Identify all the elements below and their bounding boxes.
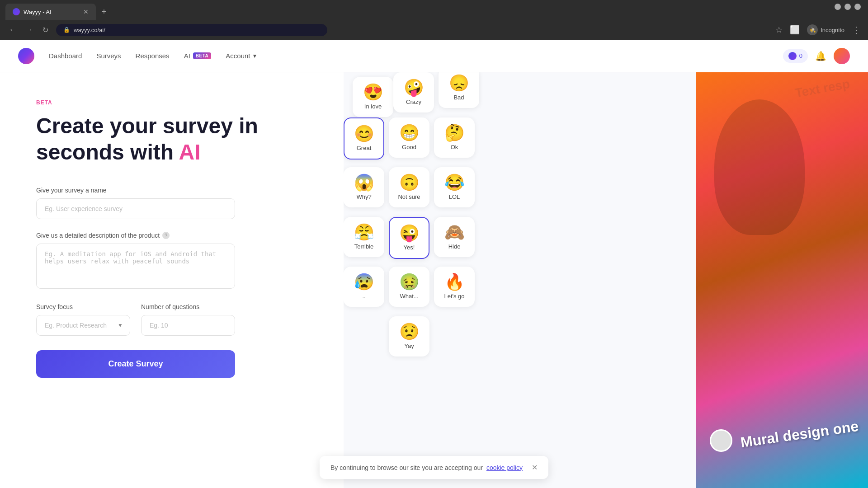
hero-title: Create your survey in seconds with AI (36, 113, 307, 165)
emoji-label: Terrible (354, 243, 374, 250)
list-item[interactable]: 😊Great (344, 117, 384, 160)
star-icon[interactable]: ☆ (775, 25, 783, 35)
list-item[interactable]: 🔥Let's go (434, 267, 475, 307)
emoji-icon: 😤 (354, 224, 374, 240)
emoji-label: Yes! (404, 244, 415, 251)
nav-dashboard[interactable]: Dashboard (49, 52, 82, 60)
url-text: wayyy.co/ai/ (74, 27, 105, 33)
survey-focus-label: Survey focus (36, 303, 130, 310)
emoji-label: Ok (451, 144, 458, 150)
minimize-button[interactable] (835, 4, 841, 10)
art-image: Text resp Mural design one (696, 72, 868, 488)
app-navbar: Dashboard Surveys Responses AI BETA Acco… (0, 40, 868, 72)
survey-focus-wrapper: Eg. Product Research (36, 315, 130, 336)
emoji-label: Hide (448, 243, 461, 250)
browser-actions: ☆ ⬜ 🕵 Incognito ⋮ (775, 24, 861, 35)
list-item[interactable]: 😰.. (344, 267, 384, 307)
emoji-label: Let's go (444, 293, 464, 300)
list-item[interactable]: 🙃Not sure (389, 167, 429, 207)
nav-links: Dashboard Surveys Responses AI BETA Acco… (49, 52, 257, 60)
description-textarea[interactable] (36, 244, 235, 289)
ai-beta-badge: BETA (193, 52, 211, 59)
list-item[interactable]: 🤢What... (389, 267, 429, 307)
survey-name-input[interactable] (36, 198, 235, 219)
create-survey-button[interactable]: Create Survey (36, 350, 235, 378)
list-item[interactable]: 🤔Ok (434, 117, 475, 158)
list-item[interactable]: 😁Good (389, 117, 429, 158)
emoji-label: Why? (356, 193, 371, 200)
main-content: BETA Create your survey in seconds with … (0, 72, 868, 488)
nav-ai[interactable]: AI BETA (184, 52, 212, 60)
list-item[interactable]: 😜Yes! (389, 217, 429, 259)
emoji-icon: 🤔 (444, 125, 465, 141)
emoji-icon: 😱 (354, 174, 374, 191)
list-item[interactable]: 🙈Hide (434, 217, 475, 257)
emoji-label: .. (362, 293, 365, 300)
tab-favicon (13, 8, 20, 15)
emoji-label: LOL (449, 193, 460, 200)
emoji-icon: 🤪 (404, 80, 424, 96)
cookie-banner: By continuing to browse our site you are… (320, 456, 548, 479)
list-item[interactable]: 😤Terrible (344, 217, 384, 257)
tab-close-button[interactable]: ✕ (83, 8, 89, 15)
art-panel: Text resp Mural design one (696, 72, 868, 488)
forward-button[interactable]: → (24, 26, 34, 34)
tab-title: Wayyy - AI (24, 9, 52, 15)
emoji-label: Yay (404, 343, 414, 349)
nav-ai-label: AI (184, 52, 190, 60)
tab-icon[interactable]: ⬜ (790, 25, 800, 35)
art-radio-button (710, 429, 732, 452)
form-panel: BETA Create your survey in seconds with … (0, 72, 344, 488)
menu-icon[interactable]: ⋮ (852, 24, 861, 35)
num-questions-input[interactable] (141, 315, 235, 336)
emoji-icon: 😍 (363, 84, 383, 100)
survey-name-label: Give your survey a name (36, 187, 307, 194)
list-item[interactable]: 😞Bad (439, 72, 479, 108)
maximize-button[interactable] (844, 4, 851, 10)
cookie-text: By continuing to browse our site you are… (330, 464, 483, 471)
list-item[interactable]: 😂LOL (434, 167, 475, 207)
survey-focus-select[interactable]: Eg. Product Research (36, 315, 130, 336)
emoji-icon: 😊 (354, 126, 374, 142)
focus-questions-row: Survey focus Eg. Product Research Number… (36, 303, 235, 336)
emoji-icon: 😁 (399, 125, 420, 141)
incognito-badge: 🕵 Incognito (807, 24, 844, 35)
nav-account[interactable]: Account ▼ (226, 52, 257, 60)
browser-chrome: Wayyy - AI ✕ + ← → ↻ 🔒 wayyy.co/ai/ ☆ ⬜ … (0, 0, 868, 40)
hero-title-line1: Create your survey in (36, 114, 258, 138)
notification-bell-icon[interactable]: 🔔 (815, 51, 826, 61)
emoji-icon: 🙃 (399, 174, 420, 191)
back-button[interactable]: ← (7, 26, 18, 34)
reload-button[interactable]: ↻ (40, 26, 51, 34)
emoji-icon: 😞 (449, 75, 469, 91)
emoji-label: In love (364, 103, 382, 110)
close-button[interactable] (854, 4, 861, 10)
active-tab[interactable]: Wayyy - AI ✕ (5, 4, 96, 20)
app-logo[interactable] (18, 48, 34, 64)
nav-surveys[interactable]: Surveys (96, 52, 121, 60)
list-item[interactable]: 😟Yay (389, 316, 429, 357)
description-label-text: Give us a detailed description of the pr… (36, 232, 160, 239)
emoji-label: Not sure (398, 193, 420, 200)
emoji-icon: 😂 (444, 174, 465, 191)
list-item[interactable]: 😍In love (353, 77, 393, 117)
user-avatar[interactable] (834, 48, 850, 64)
url-bar[interactable]: 🔒 wayyy.co/ai/ (56, 24, 327, 36)
survey-focus-col: Survey focus Eg. Product Research (36, 303, 130, 336)
new-tab-button[interactable]: + (98, 5, 110, 18)
incognito-icon: 🕵 (807, 24, 818, 35)
list-item[interactable]: 🤪Crazy (393, 72, 434, 113)
cookie-close-button[interactable]: ✕ (532, 463, 538, 472)
num-questions-col: Number of questions (141, 303, 235, 336)
help-icon[interactable]: ? (162, 232, 170, 239)
incognito-label: Incognito (821, 27, 844, 33)
nav-responses[interactable]: Responses (136, 52, 170, 60)
list-item[interactable]: 😱Why? (344, 167, 384, 207)
emoji-label: Good (402, 144, 416, 150)
cookie-policy-link[interactable]: cookie policy (486, 464, 523, 471)
points-badge[interactable]: 0 (783, 49, 808, 63)
hero-ai-text: AI (179, 140, 201, 164)
description-label-row: Give us a detailed description of the pr… (36, 232, 307, 239)
hero-title-line2: seconds with (36, 140, 179, 164)
emoji-icon: 🤢 (399, 274, 420, 290)
